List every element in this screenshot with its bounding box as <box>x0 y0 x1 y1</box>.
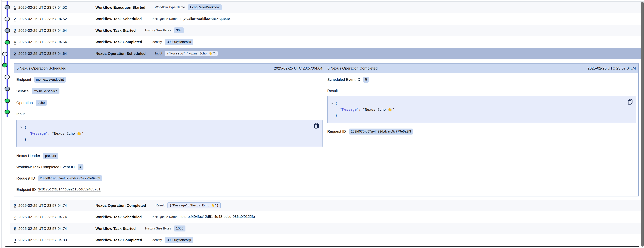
json-line-message: "Message" : "Nexus Echo 👋" <box>331 106 632 113</box>
event-dot-1[interactable] <box>5 5 10 9</box>
event-number-link[interactable]: 7 <box>10 215 18 219</box>
field-label: Scheduled Event ID <box>327 77 360 82</box>
service-badge: my-hello-service <box>32 88 60 94</box>
event-row-4[interactable]: 4 2025-02-25 UTC 23:57:04.64 Workflow Ta… <box>10 36 641 48</box>
field-label: Nexus Header <box>16 154 40 158</box>
json-key: "Message" <box>29 130 48 137</box>
event-type: Workflow Task Started <box>96 28 136 33</box>
nexus-header-badge: present <box>43 153 58 159</box>
event-dot-8[interactable] <box>5 87 10 91</box>
event-history-list: 1 2025-02-25 UTC 23:57:04.52 Workflow Ex… <box>10 2 641 59</box>
pane-body: Scheduled Event ID 5 Result { "Message" … <box>325 76 638 135</box>
event-timestamp: 2025-02-25 UTC 23:57:04.64 <box>18 40 96 44</box>
event-type: Nexus Operation Scheduled <box>96 51 146 56</box>
event-dot-10[interactable] <box>5 110 10 114</box>
event-timestamp: 2025-02-25 UTC 23:57:04.83 <box>18 238 96 242</box>
event-detail-label: History Size Bytes <box>145 227 171 230</box>
event-number-link[interactable]: 3 <box>10 28 18 32</box>
event-timestamp: 2025-02-25 UTC 23:57:04.52 <box>18 5 96 10</box>
event-number-link[interactable]: 8 <box>10 226 18 231</box>
event-row-1[interactable]: 1 2025-02-25 UTC 23:57:04.52 Workflow Ex… <box>10 2 641 13</box>
event-dot-5[interactable] <box>2 52 7 56</box>
event-detail-panel: 5 Nexus Operation Scheduled 2025-02-25 U… <box>14 63 639 197</box>
event-timestamp: 2025-02-25 UTC 23:57:04.74 <box>18 203 96 208</box>
json-line-message: "Message" : "Nexus Echo 👋" <box>20 130 319 137</box>
event-type: Workflow Task Started <box>96 226 136 231</box>
event-row-7[interactable]: 7 2025-02-25 UTC 23:57:04.74 Workflow Ta… <box>10 211 641 223</box>
event-type: Workflow Task Scheduled <box>96 17 142 21</box>
event-type: Workflow Task Completed <box>96 40 142 44</box>
pane-header: 6 Nexus Operation Completed 2025-02-25 U… <box>325 63 638 73</box>
event-number-link[interactable]: 5 <box>10 51 18 55</box>
event-timestamp: 2025-02-25 UTC 23:57:04.52 <box>18 17 96 21</box>
event-dot-2[interactable] <box>5 17 10 21</box>
event-dot-6[interactable] <box>2 63 7 67</box>
task-queue-link[interactable]: totoro:f494fecf-2d51-4d48-bdcd-036a0f912… <box>180 215 255 219</box>
wftc-event-id-field: Workflow Task Completed Event ID 4 <box>16 164 322 170</box>
input-json-viewer: { "Message" : "Nexus Echo 👋" } <box>16 120 322 147</box>
json-line-close: } <box>331 113 632 119</box>
event-input-json-badge: {"Message":"Nexus Echo 👋"} <box>165 51 218 56</box>
field-label: Workflow Task Completed Event ID <box>16 165 75 169</box>
event-number-link[interactable]: 4 <box>10 40 18 44</box>
event-timestamp: 2025-02-25 UTC 23:57:04.74 <box>18 226 96 231</box>
event-detail-label: Identity <box>152 238 162 242</box>
collapse-chevron-icon[interactable] <box>20 126 24 128</box>
copy-icon[interactable] <box>314 123 319 129</box>
event-number-link[interactable]: 6 <box>10 203 18 208</box>
copy-icon[interactable] <box>628 99 633 105</box>
event-number-link[interactable]: 2 <box>10 17 18 21</box>
pane-header: 5 Nexus Operation Scheduled 2025-02-25 U… <box>14 63 325 73</box>
event-type: Workflow Task Scheduled <box>96 215 142 219</box>
event-history-list-continued: 6 2025-02-25 UTC 23:57:04.74 Nexus Opera… <box>10 200 641 246</box>
event-timestamp: 2025-02-25 UTC 23:57:04.64 <box>18 51 96 56</box>
result-json-viewer: { "Message" : "Nexus Echo 👋" } <box>327 96 636 123</box>
event-row-6[interactable]: 6 2025-02-25 UTC 23:57:04.74 Nexus Opera… <box>10 200 641 211</box>
service-field: Service my-hello-service <box>16 88 322 94</box>
event-timestamp: 2025-02-25 UTC 23:57:04.74 <box>18 215 96 219</box>
nexus-operation-completed-pane: 6 Nexus Operation Completed 2025-02-25 U… <box>325 63 638 196</box>
event-detail-label: Workflow Type Name <box>155 5 185 9</box>
event-number-link[interactable]: 1 <box>10 5 18 9</box>
pane-body: Endpoint my-nexus-endpoint Service my-he… <box>14 76 325 193</box>
event-row-9[interactable]: 9 2025-02-25 UTC 23:57:04.83 Workflow Ta… <box>10 234 641 246</box>
request-id-field: Request ID 283fd070-d57a-4423-bdca-c5c77… <box>16 175 322 182</box>
event-row-3[interactable]: 3 2025-02-25 UTC 23:57:04.54 Workflow Ta… <box>10 25 641 36</box>
scrollbar-thumb[interactable] <box>641 2 644 247</box>
event-detail-label: Identity <box>152 40 162 44</box>
json-value: : "Nexus Echo 👋" <box>359 106 394 113</box>
event-detail-badge: EchoCallerWorkflow <box>188 4 222 10</box>
event-dot-3[interactable] <box>5 28 10 32</box>
event-type: Workflow Execution Started <box>96 5 145 10</box>
event-timestamp: 2025-02-25 UTC 23:57:04.54 <box>18 28 96 33</box>
operation-badge: echo <box>36 100 47 106</box>
request-id-badge: 283fd070-d57a-4423-bdca-c5c779e6a3f3 <box>38 175 102 181</box>
wftc-event-id-badge: 4 <box>78 164 84 170</box>
field-label: Endpoint ID <box>16 187 36 192</box>
event-detail-badge: 30960@totoro@ <box>165 39 193 45</box>
task-queue-link[interactable]: my-caller-workflow-task-queue <box>180 16 230 21</box>
endpoint-badge: my-nexus-endpoint <box>34 77 66 83</box>
field-label: Service <box>16 89 29 93</box>
event-detail-badge: 1088 <box>174 226 186 232</box>
event-detail-label: History Size Bytes <box>145 28 171 32</box>
endpoint-field: Endpoint my-nexus-endpoint <box>16 76 322 83</box>
event-dot-7[interactable] <box>5 75 10 79</box>
field-label: Endpoint <box>16 77 31 82</box>
pane-timestamp: 2025-02-25 UTC 23:57:04.74 <box>588 66 636 70</box>
event-number-link[interactable]: 9 <box>10 238 18 242</box>
endpoint-id-field: Endpoint ID 3c0c75ccfa8144b092c13ce63246… <box>16 186 322 193</box>
request-id-field: Request ID 283fd070-d57a-4423-bdca-c5c77… <box>327 128 636 135</box>
collapse-chevron-icon[interactable] <box>331 102 335 104</box>
pane-timestamp: 2025-02-25 UTC 23:57:04.64 <box>274 66 322 70</box>
field-label: Operation <box>16 101 33 105</box>
event-dot-4[interactable] <box>5 40 10 44</box>
event-row-8[interactable]: 8 2025-02-25 UTC 23:57:04.74 Workflow Ta… <box>10 223 641 234</box>
event-row-2[interactable]: 2 2025-02-25 UTC 23:57:04.52 Workflow Ta… <box>10 13 641 25</box>
event-row-5-selected[interactable]: 5 2025-02-25 UTC 23:57:04.64 Nexus Opera… <box>10 48 641 59</box>
json-value: : "Nexus Echo 👋" <box>48 130 83 137</box>
field-label: Request ID <box>327 129 346 134</box>
endpoint-id-link[interactable]: 3c0c75ccfa8144b092c13ce632463761 <box>38 187 100 192</box>
nexus-operation-scheduled-pane: 5 Nexus Operation Scheduled 2025-02-25 U… <box>14 63 325 196</box>
event-dot-9[interactable] <box>5 99 10 103</box>
